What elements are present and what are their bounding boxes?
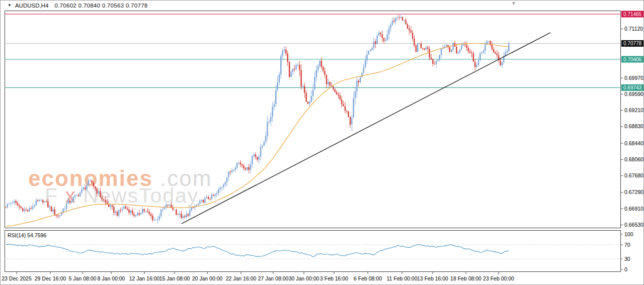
rsi-axis-label: 0 — [624, 266, 627, 272]
candle-body — [233, 170, 234, 171]
candle-body — [52, 209, 53, 212]
candle-body — [127, 209, 128, 210]
candle-body — [404, 20, 405, 21]
candle-body — [247, 167, 248, 169]
price-tick-label: 0.69970 — [624, 75, 643, 81]
candle-body — [429, 49, 430, 58]
candle-body — [279, 74, 280, 82]
candle-body — [321, 61, 322, 67]
candle-body — [356, 81, 357, 91]
candle-body — [183, 216, 184, 218]
price-tick-label: 0.68830 — [624, 123, 643, 129]
candle-body — [497, 53, 498, 55]
candle-body — [19, 206, 20, 207]
candle-body — [214, 195, 215, 196]
candle-body — [353, 99, 354, 118]
candle-body — [335, 89, 336, 92]
chart-shift-marker-icon[interactable]: ▼ — [511, 1, 516, 6]
time-tick-label: 20 Jan 00:00 — [192, 275, 223, 281]
candle-body — [500, 60, 501, 65]
candle-body — [466, 45, 467, 48]
candle-body — [208, 197, 209, 199]
candle-body — [363, 67, 364, 73]
candle-body — [457, 52, 458, 53]
candle-body — [319, 61, 320, 66]
symbol-dropdown-icon[interactable]: ▼ — [8, 4, 12, 8]
candle-body — [36, 201, 37, 206]
candle-body — [299, 65, 300, 70]
candle-body — [179, 214, 180, 215]
time-tick-label: 6 Feb 08:00 — [354, 275, 382, 281]
candle-body — [449, 47, 450, 52]
candle-body — [5, 207, 6, 207]
candle-body — [282, 51, 283, 56]
time-tick-label: 13 Feb 16:00 — [417, 275, 448, 281]
time-tick-label: 8 Jan 00:00 — [98, 275, 125, 281]
rsi-line — [6, 244, 509, 257]
candle-body — [188, 214, 189, 216]
candle-body — [34, 206, 35, 207]
candle-body — [417, 44, 418, 52]
candle-body — [15, 201, 16, 203]
candle-body — [250, 164, 251, 170]
candle-body — [346, 111, 347, 111]
time-tick-label: 27 Jan 08:00 — [258, 275, 289, 281]
time-tick-label: 3 Feb 16:00 — [320, 275, 348, 281]
candle-body — [201, 200, 202, 201]
candle-body — [218, 189, 219, 194]
candle-body — [305, 93, 306, 102]
candle-body — [123, 207, 124, 209]
candle-body — [78, 195, 79, 197]
candle-body — [411, 30, 412, 33]
candle-body — [388, 28, 389, 34]
price-badge-label: 0.70778 — [623, 41, 642, 46]
time-tick-label: 5 Jan 08:00 — [69, 275, 97, 281]
candle-body — [54, 209, 55, 215]
price-badge-label: 0.69743 — [623, 85, 642, 90]
candle-body — [86, 185, 87, 189]
candle-body — [133, 214, 134, 216]
candle-body — [385, 40, 386, 41]
candle-body — [31, 208, 32, 209]
time-tick-label: 12 Jan 16:00 — [129, 275, 160, 281]
price-tick-label: 0.68440 — [624, 140, 643, 146]
rsi-axis-label: 100 — [624, 231, 633, 237]
candle-body — [329, 82, 330, 85]
candle-body — [295, 65, 296, 70]
candle-body — [441, 49, 442, 55]
candle-body — [216, 194, 217, 195]
candle-body — [41, 200, 42, 201]
candle-body — [324, 71, 325, 75]
candle-body — [355, 91, 356, 98]
candle-body — [427, 47, 428, 49]
candle-body — [442, 48, 443, 49]
candle-body — [365, 60, 366, 67]
candle-body — [507, 51, 508, 52]
candle-body — [350, 117, 351, 125]
candle-body — [102, 197, 103, 199]
candle-body — [269, 122, 270, 122]
candle-body — [62, 209, 63, 212]
candle-body — [224, 182, 225, 185]
candle-body — [9, 204, 10, 204]
candle-body — [361, 73, 362, 77]
candle-body — [434, 64, 435, 64]
candle-body — [69, 201, 70, 203]
candle-body — [91, 180, 92, 183]
candle-body — [285, 50, 286, 54]
candle-body — [314, 77, 315, 89]
candle-body — [358, 81, 359, 82]
candle-body — [199, 201, 200, 204]
candle-body — [66, 204, 67, 209]
candle-body — [260, 147, 261, 156]
candle-body — [495, 52, 496, 53]
candle-body — [436, 61, 437, 64]
candle-body — [240, 162, 241, 164]
candle-body — [398, 17, 399, 18]
candle-body — [426, 47, 427, 50]
candle-body — [152, 216, 153, 220]
candle-body — [387, 35, 388, 41]
candle-body — [451, 50, 452, 52]
candle-body — [373, 42, 374, 48]
candle-body — [203, 200, 204, 203]
